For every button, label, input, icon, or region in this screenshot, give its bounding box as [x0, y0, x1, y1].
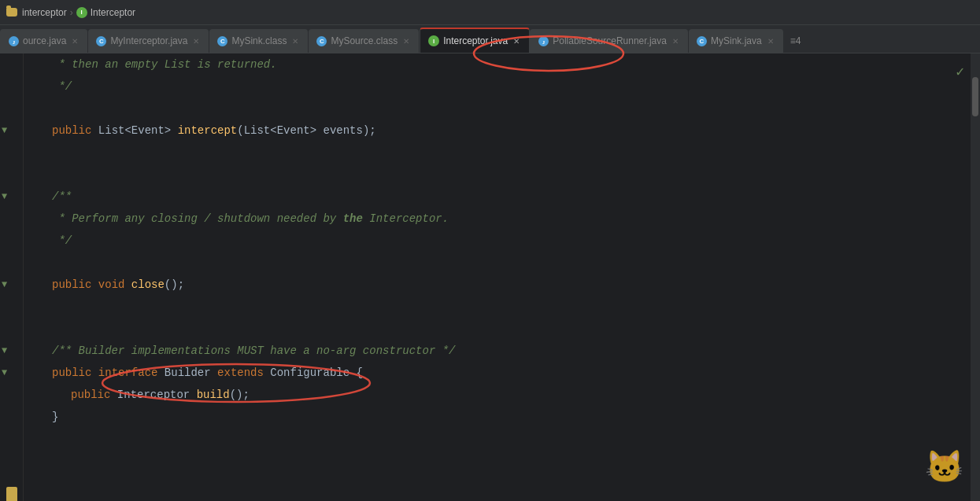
code-line-15: public interface Builder extends Configu…	[36, 362, 980, 384]
tab-close-pollable[interactable]: ✕	[671, 36, 680, 46]
tab-label-myinterceptor: MyInterceptor.java	[110, 35, 187, 46]
code-line-1: * then an empty List is returned.	[36, 53, 980, 76]
tab-myinterceptor[interactable]: C MyInterceptor.java ✕	[88, 29, 209, 53]
code-line-3	[36, 98, 980, 120]
tab-source-java[interactable]: J ource.java ✕	[0, 29, 88, 53]
code-token: public	[52, 120, 91, 142]
gutter-line-18	[0, 428, 23, 450]
tab-close-myinterceptor[interactable]: ✕	[191, 36, 201, 46]
code-line-9: */	[36, 230, 980, 252]
tab-icon-pollable: J	[538, 35, 549, 46]
code-token: intercept	[178, 120, 238, 142]
code-token: * then an empty List is returned.	[52, 53, 277, 76]
collapse-arrow-5[interactable]: ▼	[2, 367, 7, 378]
code-line-8: * Perform any closing / shutdown needed …	[36, 208, 980, 230]
tab-mysink-class[interactable]: C MySink.class ✕	[209, 29, 309, 53]
svg-text:J: J	[542, 39, 545, 45]
gutter: ▼ ▼ ▼ ▼ ▼	[0, 53, 24, 501]
code-token: */	[52, 230, 72, 252]
tab-mysink-java[interactable]: C MySink.java ✕	[689, 29, 784, 53]
validation-checkmark: ✓	[956, 63, 964, 80]
breadcrumb-folder: interceptor	[22, 7, 67, 18]
gutter-line-3	[0, 98, 23, 120]
gutter-line-9	[0, 230, 23, 252]
scrollbar[interactable]	[971, 53, 980, 501]
code-token: */	[52, 76, 72, 98]
gutter-line-14: ▼	[0, 340, 23, 362]
code-content[interactable]: * then an empty List is returned. */ pub…	[24, 53, 980, 501]
code-token: Interceptor	[110, 384, 196, 406]
gutter-line-17	[0, 406, 23, 428]
gutter-line-12	[0, 296, 23, 318]
code-line-17: }	[36, 406, 980, 428]
editor-area: ▼ ▼ ▼ ▼ ▼ * then an empty List is re	[0, 53, 980, 501]
code-token: void	[98, 274, 125, 296]
tab-mysource-class[interactable]: C MySource.class ✕	[309, 29, 420, 53]
scrollbar-thumb[interactable]	[972, 77, 978, 116]
collapse-arrow-3[interactable]: ▼	[2, 279, 7, 290]
code-token: ();	[165, 274, 184, 296]
code-line-14: /** Builder implementations MUST have a …	[36, 340, 980, 362]
tab-bar: J ource.java ✕ C MyInterceptor.java ✕ C …	[0, 25, 980, 53]
title-bar: interceptor › I Interceptor	[0, 0, 980, 25]
code-token: Configurable {	[264, 362, 363, 384]
code-token: /**	[52, 186, 72, 208]
collapse-arrow-1[interactable]: ▼	[2, 125, 7, 136]
code-token: Builder	[157, 362, 217, 384]
tab-icon-mysink-java: C	[697, 36, 707, 46]
tab-icon-mysink-class: C	[217, 36, 227, 46]
code-line-10	[36, 252, 980, 274]
code-line-4: public List<Event> intercept (List<Event…	[36, 120, 980, 142]
gutter-line-11: ▼	[0, 274, 23, 296]
svg-text:J: J	[12, 39, 15, 45]
gutter-line-15: ▼	[0, 362, 23, 384]
code-token: /** Builder implementations MUST have a …	[52, 340, 456, 362]
gutter-line-13	[0, 318, 23, 340]
tab-label-interceptor: Interceptor.java	[443, 35, 508, 46]
code-line-16: public Interceptor build ();	[36, 384, 980, 406]
breadcrumb-separator: ›	[70, 7, 73, 18]
tab-icon-source: J	[8, 35, 19, 46]
code-token: * Perform any closing / shutdown needed …	[52, 208, 343, 230]
tab-icon-interceptor: I	[428, 35, 439, 46]
code-token: List<Event>	[91, 120, 177, 142]
gutter-line-4: ▼	[0, 120, 23, 142]
code-token: ();	[230, 384, 250, 406]
code-line-12	[36, 296, 980, 318]
tab-interceptor-java[interactable]: I Interceptor.java ✕	[420, 28, 530, 53]
breadcrumb-file: Interceptor	[91, 7, 135, 18]
gutter-line-10	[0, 252, 23, 274]
tab-pollablesource[interactable]: J PollableSourceRunner.java ✕	[530, 29, 689, 53]
code-token	[91, 362, 98, 384]
gutter-line-7: ▼	[0, 186, 23, 208]
tab-close-mysink-class[interactable]: ✕	[290, 36, 300, 46]
code-token: build	[197, 384, 230, 406]
code-line-13	[36, 318, 980, 340]
code-token	[91, 274, 98, 296]
tab-more-button[interactable]: ≡4	[784, 29, 808, 53]
tab-label-source: ource.java	[23, 35, 66, 46]
code-token: (List<Event> events);	[237, 120, 375, 142]
mascot-icon: 🐱	[925, 454, 964, 485]
gutter-line-5	[0, 142, 23, 164]
tab-close-mysource-class[interactable]: ✕	[401, 36, 411, 46]
tab-icon-mysource-class: C	[316, 36, 327, 46]
gutter-line-6	[0, 164, 23, 186]
collapse-arrow-2[interactable]: ▼	[2, 191, 7, 202]
code-line-7: /**	[36, 186, 980, 208]
code-token: }	[52, 406, 58, 428]
tab-close-interceptor[interactable]: ✕	[512, 36, 521, 46]
gutter-line-2	[0, 76, 23, 98]
tab-label-mysource-class: MySource.class	[331, 35, 398, 46]
collapse-arrow-4[interactable]: ▼	[2, 345, 7, 356]
code-token	[124, 274, 131, 296]
tab-label-mysink-java: MySink.java	[711, 35, 762, 46]
code-token: close	[131, 274, 165, 296]
tab-close-source[interactable]: ✕	[70, 36, 80, 46]
code-token: extends	[217, 362, 264, 384]
gutter-line-8	[0, 208, 23, 230]
code-token: public	[52, 274, 91, 296]
bottom-marker	[6, 487, 17, 501]
tab-close-mysink-java[interactable]: ✕	[766, 36, 775, 46]
code-line-5	[36, 142, 980, 164]
